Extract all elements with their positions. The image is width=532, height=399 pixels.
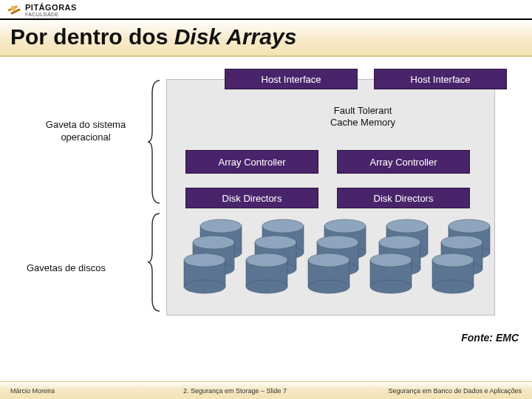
title-prefix: Por dentro dos bbox=[10, 24, 174, 49]
footer-slide-info: 2. Segurança em Storage – Slide 7 bbox=[183, 387, 287, 395]
logo-subtitle: FACULDADE bbox=[25, 12, 77, 17]
svg-point-37 bbox=[379, 236, 420, 249]
svg-point-57 bbox=[370, 253, 412, 267]
disk-directors-2: Disk Directors bbox=[337, 188, 470, 208]
logo-mark-icon bbox=[6, 2, 22, 18]
footer-bar: Márcio Moreira 2. Segurança em Storage –… bbox=[0, 381, 532, 399]
footer-author: Márcio Moreira bbox=[10, 387, 55, 395]
title-italic: Disk Arrays bbox=[174, 24, 297, 49]
svg-point-17 bbox=[386, 219, 428, 233]
svg-point-5 bbox=[200, 219, 242, 233]
svg-point-45 bbox=[184, 253, 225, 267]
svg-point-21 bbox=[449, 219, 490, 233]
host-interface-2: Host Interface bbox=[374, 69, 507, 89]
svg-point-53 bbox=[308, 253, 349, 267]
bracket-disk-icon bbox=[146, 212, 161, 313]
svg-point-49 bbox=[246, 253, 287, 267]
logo: PITÁGORAS FACULDADE bbox=[6, 2, 77, 18]
svg-point-13 bbox=[324, 219, 366, 233]
disk-cylinder-icon bbox=[244, 253, 290, 294]
disk-bank bbox=[177, 219, 486, 307]
disk-cylinder-icon bbox=[182, 253, 228, 294]
svg-point-2 bbox=[11, 6, 16, 10]
disk-row-front bbox=[182, 253, 476, 294]
array-controller-1: Array Controller bbox=[185, 150, 318, 174]
svg-point-29 bbox=[255, 236, 296, 249]
diagram-area: Gaveta do sistema operacional Gavetas de… bbox=[0, 57, 532, 352]
footer-course: Segurança em Banco de Dados e Aplicações bbox=[388, 387, 522, 395]
array-chassis: Host Interface Host Interface Fault Tole… bbox=[166, 79, 495, 316]
svg-point-33 bbox=[317, 236, 358, 249]
bracket-os-icon bbox=[146, 79, 161, 205]
array-controller-2: Array Controller bbox=[337, 150, 470, 174]
svg-point-41 bbox=[441, 236, 482, 249]
brand-header: PITÁGORAS FACULDADE bbox=[0, 0, 532, 20]
svg-point-61 bbox=[432, 253, 474, 267]
fault-tolerant-cache-label: Fault Tolerant Cache Memory bbox=[211, 105, 514, 129]
svg-point-25 bbox=[193, 236, 234, 249]
os-drawer-label: Gaveta do sistema operacional bbox=[27, 119, 145, 144]
logo-name: PITÁGORAS bbox=[25, 4, 77, 13]
disk-drawer-label: Gavetas de discos bbox=[27, 262, 106, 273]
slide-title: Por dentro dos Disk Arrays bbox=[10, 24, 522, 50]
host-interface-1: Host Interface bbox=[225, 69, 358, 89]
disk-cylinder-icon bbox=[430, 253, 476, 294]
svg-point-9 bbox=[262, 219, 304, 233]
disk-cylinder-icon bbox=[306, 253, 352, 294]
title-bar: Por dentro dos Disk Arrays bbox=[0, 20, 532, 57]
source-citation: Fonte: EMC bbox=[461, 332, 519, 344]
disk-directors-1: Disk Directors bbox=[185, 188, 318, 208]
disk-cylinder-icon bbox=[368, 253, 414, 294]
